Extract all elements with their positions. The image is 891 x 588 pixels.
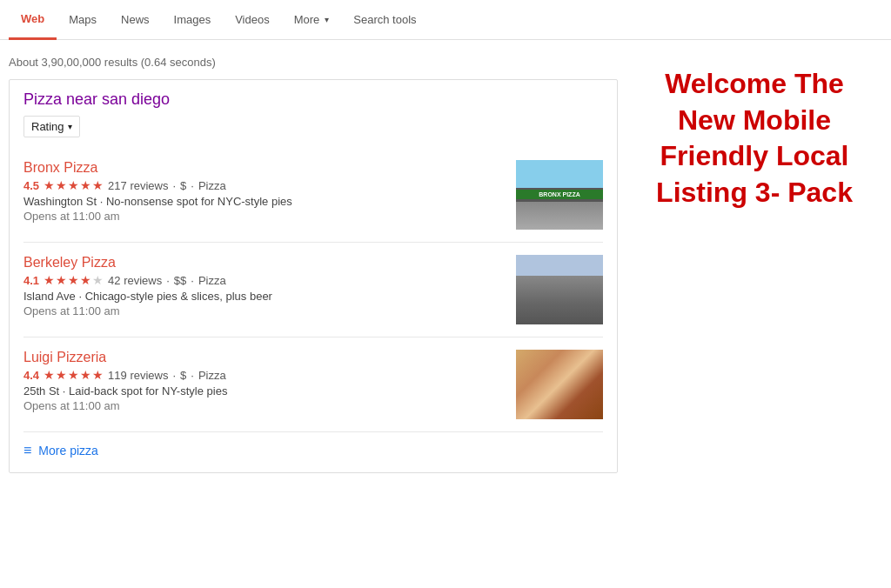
description-luigi: Laid-back spot for NY-style pies	[69, 384, 227, 398]
nav-item-images[interactable]: Images	[162, 0, 224, 40]
category-luigi: Pizza	[198, 369, 226, 382]
address-berkeley: Island Ave	[23, 290, 76, 303]
address-luigi: 25th St	[23, 384, 59, 398]
list-item: Bronx Pizza 4.5 ★★★★★ 217 reviews · $ · …	[23, 148, 603, 242]
listing-info-bronx: Bronx Pizza 4.5 ★★★★★ 217 reviews · $ · …	[23, 160, 516, 223]
rating-num-bronx: 4.5	[23, 179, 39, 192]
local-card: Pizza near san diego Rating ▾ Bronx Pizz…	[9, 79, 618, 473]
list-icon: ≡	[23, 443, 31, 458]
left-panel: About 3,90,00,000 results (0.64 seconds)…	[9, 49, 618, 473]
listing-image-berkeley[interactable]	[516, 255, 603, 324]
nav-item-web[interactable]: Web	[9, 0, 57, 40]
listing-desc-luigi: 25th St · Laid-back spot for NY-style pi…	[23, 384, 506, 398]
rating-filter-label: Rating	[31, 120, 64, 133]
listing-meta-luigi: 4.4 ★★★★★ 119 reviews · $ · Pizza	[23, 368, 506, 382]
listing-info-berkeley: Berkeley Pizza 4.1 ★★★★★ 42 reviews · $$…	[23, 255, 516, 317]
main-container: About 3,90,00,000 results (0.64 seconds)…	[0, 40, 891, 473]
nav-bar: Web Maps News Images Videos More ▾ Searc…	[0, 0, 891, 40]
description-berkeley: Chicago-style pies & slices, plus beer	[85, 290, 272, 303]
rating-num-berkeley: 4.1	[23, 274, 39, 287]
category-bronx: Pizza	[198, 179, 226, 192]
list-item: Berkeley Pizza 4.1 ★★★★★ 42 reviews · $$…	[23, 242, 603, 337]
stars-luigi: ★★★★★	[44, 368, 104, 382]
listing-image-bronx[interactable]	[516, 160, 603, 230]
rating-num-luigi: 4.4	[23, 369, 39, 382]
listing-desc-bronx: Washington St · No-nonsense spot for NYC…	[23, 195, 506, 208]
chevron-down-icon: ▾	[325, 15, 329, 24]
listing-desc-berkeley: Island Ave · Chicago-style pies & slices…	[23, 290, 506, 303]
stars-berkeley: ★★★★★	[44, 273, 104, 287]
separator2: ·	[191, 369, 194, 382]
category-berkeley: Pizza	[198, 274, 226, 287]
nav-label-maps: Maps	[69, 13, 97, 26]
results-info: About 3,90,00,000 results (0.64 seconds)	[9, 49, 618, 79]
right-panel: Welcome The New Mobile Friendly Local Li…	[618, 49, 882, 473]
nav-label-more: More	[294, 13, 320, 26]
separator2: ·	[191, 179, 194, 192]
review-count-bronx: 217 reviews	[108, 179, 168, 192]
stars-bronx: ★★★★★	[44, 178, 104, 192]
nav-label-images: Images	[174, 13, 211, 26]
separator1: ·	[172, 179, 176, 192]
rating-filter-chevron: ▾	[68, 122, 72, 131]
listings-container: Bronx Pizza 4.5 ★★★★★ 217 reviews · $ · …	[23, 148, 603, 431]
listing-name-luigi[interactable]: Luigi Pizzeria	[23, 350, 506, 365]
separator1: ·	[172, 369, 176, 382]
price-luigi: $	[180, 369, 186, 382]
more-pizza-link[interactable]: More pizza	[38, 444, 97, 458]
listing-hours-luigi: Opens at 11:00 am	[23, 399, 506, 412]
search-query-title[interactable]: Pizza near san diego	[23, 90, 603, 109]
listing-hours-bronx: Opens at 11:00 am	[23, 210, 506, 223]
listing-meta-bronx: 4.5 ★★★★★ 217 reviews · $ · Pizza	[23, 178, 506, 192]
listing-hours-berkeley: Opens at 11:00 am	[23, 304, 506, 317]
promo-text: Welcome The New Mobile Friendly Local Li…	[644, 66, 865, 210]
nav-item-maps[interactable]: Maps	[57, 0, 109, 40]
nav-label-search-tools: Search tools	[353, 13, 416, 26]
nav-item-more[interactable]: More ▾	[282, 0, 342, 40]
review-count-luigi: 119 reviews	[108, 369, 168, 382]
list-item: Luigi Pizzeria 4.4 ★★★★★ 119 reviews · $…	[23, 337, 603, 431]
listing-name-berkeley[interactable]: Berkeley Pizza	[23, 255, 506, 271]
nav-item-videos[interactable]: Videos	[223, 0, 282, 40]
nav-label-web: Web	[21, 12, 44, 25]
separator2: ·	[191, 274, 194, 287]
description-bronx: No-nonsense spot for NYC-style pies	[106, 195, 292, 208]
separator1: ·	[166, 274, 170, 287]
price-bronx: $	[180, 179, 186, 192]
listing-image-luigi[interactable]	[516, 350, 603, 419]
listing-name-bronx[interactable]: Bronx Pizza	[23, 160, 506, 176]
price-berkeley: $$	[174, 274, 186, 287]
review-count-berkeley: 42 reviews	[108, 274, 162, 287]
rating-filter[interactable]: Rating ▾	[23, 116, 80, 137]
listing-meta-berkeley: 4.1 ★★★★★ 42 reviews · $$ · Pizza	[23, 273, 506, 287]
more-link-row: ≡ More pizza	[23, 431, 603, 462]
nav-item-search-tools[interactable]: Search tools	[341, 0, 428, 40]
address-bronx: Washington St	[23, 195, 97, 208]
nav-label-news: News	[121, 13, 150, 26]
nav-item-news[interactable]: News	[109, 0, 162, 40]
nav-label-videos: Videos	[235, 13, 270, 26]
listing-info-luigi: Luigi Pizzeria 4.4 ★★★★★ 119 reviews · $…	[23, 350, 516, 412]
